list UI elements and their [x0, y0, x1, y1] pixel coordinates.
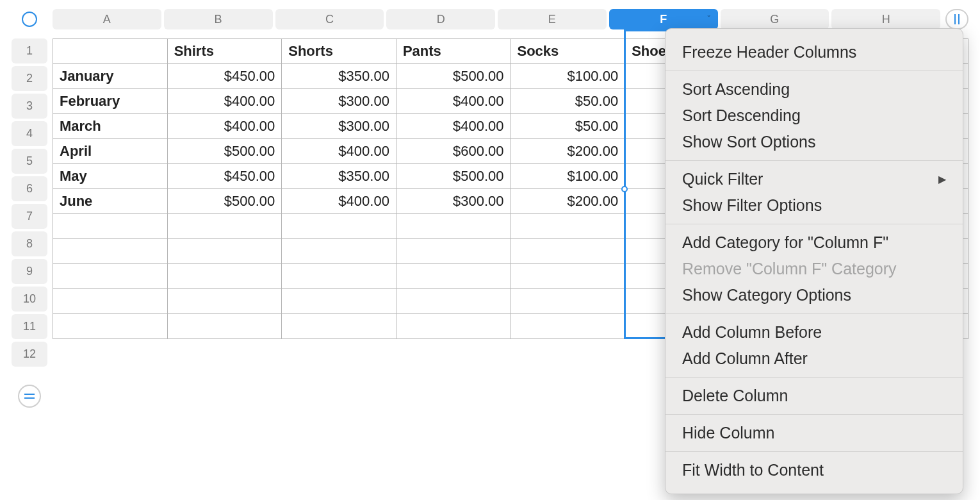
header-cell[interactable]: Pants	[396, 39, 510, 64]
data-cell[interactable]: $200.00	[510, 139, 625, 164]
header-cell[interactable]	[53, 39, 168, 64]
add-row-icon	[24, 394, 35, 399]
data-cell[interactable]	[167, 289, 282, 314]
data-cell[interactable]	[396, 314, 510, 339]
data-cell[interactable]	[282, 239, 396, 264]
data-cell[interactable]: $500.00	[167, 139, 282, 164]
row-label-cell[interactable]: April	[53, 139, 168, 164]
column-header-e[interactable]: E	[498, 9, 607, 29]
row-header-3[interactable]: 3	[12, 94, 47, 119]
data-cell[interactable]	[396, 289, 510, 314]
menu-item-label: Sort Ascending	[682, 80, 790, 99]
data-cell[interactable]	[282, 264, 396, 289]
data-cell[interactable]: $200.00	[510, 189, 625, 214]
data-cell[interactable]	[510, 214, 625, 239]
row-header-4[interactable]: 4	[12, 121, 47, 146]
data-cell[interactable]: $300.00	[396, 189, 510, 214]
data-cell[interactable]	[282, 289, 396, 314]
data-cell[interactable]: $350.00	[282, 64, 396, 89]
data-cell[interactable]	[510, 239, 625, 264]
menu-show-category-options[interactable]: Show Category Options	[666, 282, 963, 308]
data-cell[interactable]	[396, 214, 510, 239]
data-cell[interactable]	[167, 314, 282, 339]
row-label-cell[interactable]: March	[53, 114, 168, 139]
data-cell[interactable]: $400.00	[396, 89, 510, 114]
menu-sort-ascending[interactable]: Sort Ascending	[666, 76, 963, 103]
row-header-9[interactable]: 9	[12, 259, 47, 284]
data-cell[interactable]	[510, 289, 625, 314]
data-cell[interactable]: $50.00	[510, 89, 625, 114]
column-header-f[interactable]: Fˇ	[609, 9, 718, 29]
header-cell[interactable]: Shorts	[282, 39, 396, 64]
data-cell[interactable]: $600.00	[396, 139, 510, 164]
row-label-cell[interactable]: February	[53, 89, 168, 114]
column-header-b[interactable]: B	[164, 9, 273, 29]
menu-add-column-after[interactable]: Add Column After	[666, 346, 963, 372]
row-header-5[interactable]: 5	[12, 149, 47, 174]
data-cell[interactable]	[167, 264, 282, 289]
chevron-down-icon[interactable]: ˇ	[708, 15, 710, 24]
menu-show-sort-options[interactable]: Show Sort Options	[666, 129, 963, 155]
menu-hide-column[interactable]: Hide Column	[666, 420, 963, 446]
menu-delete-column[interactable]: Delete Column	[666, 383, 963, 409]
data-cell[interactable]: $350.00	[282, 164, 396, 189]
data-cell[interactable]: $50.00	[510, 114, 625, 139]
menu-fit-width-to-content[interactable]: Fit Width to Content	[666, 457, 963, 483]
row-label-cell[interactable]	[53, 289, 168, 314]
column-header-d[interactable]: D	[386, 9, 495, 29]
menu-add-category[interactable]: Add Category for "Column F"	[666, 229, 963, 256]
data-cell[interactable]: $400.00	[282, 189, 396, 214]
data-cell[interactable]: $400.00	[167, 89, 282, 114]
data-cell[interactable]: $500.00	[167, 189, 282, 214]
row-label-cell[interactable]: May	[53, 164, 168, 189]
menu-show-filter-options[interactable]: Show Filter Options	[666, 192, 963, 219]
column-header-h[interactable]: H	[831, 9, 940, 29]
data-cell[interactable]	[282, 214, 396, 239]
row-header-8[interactable]: 8	[12, 231, 47, 256]
column-header-a[interactable]: A	[53, 9, 161, 29]
row-header-1[interactable]: 1	[12, 38, 47, 63]
data-cell[interactable]: $400.00	[282, 139, 396, 164]
row-header-11[interactable]: 11	[12, 314, 47, 339]
menu-sort-descending[interactable]: Sort Descending	[666, 103, 963, 129]
data-cell[interactable]: $400.00	[167, 114, 282, 139]
data-cell[interactable]: $450.00	[167, 164, 282, 189]
data-cell[interactable]: $100.00	[510, 164, 625, 189]
data-cell[interactable]: $300.00	[282, 89, 396, 114]
row-header-10[interactable]: 10	[12, 287, 47, 312]
row-header-6[interactable]: 6	[12, 176, 47, 201]
data-cell[interactable]: $400.00	[396, 114, 510, 139]
menu-freeze-header-columns[interactable]: Freeze Header Columns	[666, 39, 963, 65]
column-context-menu: Freeze Header Columns Sort Ascending Sor…	[665, 28, 963, 494]
row-label-cell[interactable]	[53, 314, 168, 339]
data-cell[interactable]	[282, 314, 396, 339]
data-cell[interactable]	[396, 239, 510, 264]
column-header-g[interactable]: G	[721, 9, 829, 29]
row-label-cell[interactable]	[53, 264, 168, 289]
row-header-12[interactable]: 12	[12, 342, 47, 367]
data-cell[interactable]	[510, 314, 625, 339]
header-cell[interactable]: Socks	[510, 39, 625, 64]
data-cell[interactable]: $500.00	[396, 64, 510, 89]
data-cell[interactable]	[396, 264, 510, 289]
add-row-handle[interactable]	[18, 385, 41, 408]
data-cell[interactable]	[510, 264, 625, 289]
row-label-cell[interactable]: January	[53, 64, 168, 89]
row-header-7[interactable]: 7	[12, 204, 47, 229]
data-cell[interactable]: $300.00	[282, 114, 396, 139]
table-corner-handle[interactable]	[12, 9, 47, 29]
data-cell[interactable]	[167, 239, 282, 264]
row-label-cell[interactable]: June	[53, 189, 168, 214]
data-cell[interactable]: $500.00	[396, 164, 510, 189]
row-label-cell[interactable]	[53, 214, 168, 239]
row-header-2[interactable]: 2	[12, 66, 47, 91]
add-column-handle[interactable]	[945, 9, 968, 29]
data-cell[interactable]: $450.00	[167, 64, 282, 89]
header-cell[interactable]: Shirts	[167, 39, 282, 64]
menu-quick-filter[interactable]: Quick Filter ▶	[666, 166, 963, 192]
column-header-c[interactable]: C	[275, 9, 384, 29]
data-cell[interactable]: $100.00	[510, 64, 625, 89]
data-cell[interactable]	[167, 214, 282, 239]
row-label-cell[interactable]	[53, 239, 168, 264]
menu-add-column-before[interactable]: Add Column Before	[666, 319, 963, 346]
